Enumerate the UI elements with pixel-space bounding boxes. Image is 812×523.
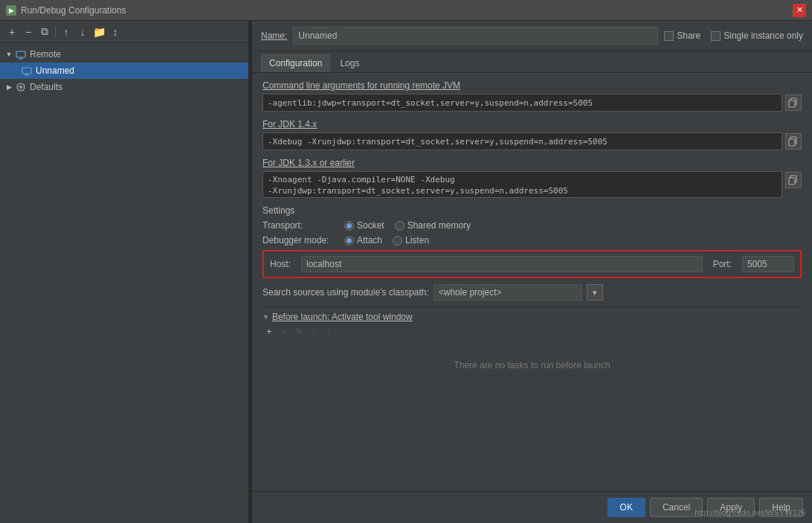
- radio-shared-memory-circle[interactable]: [395, 221, 405, 231]
- config-tree: ▼ Remote: [0, 43, 248, 523]
- before-launch-header: ▼ Before launch: Activate tool window: [262, 312, 802, 322]
- ok-button[interactable]: OK: [608, 498, 645, 517]
- defaults-label: Defaults: [30, 82, 62, 92]
- jdk13-field-wrap: [262, 171, 802, 198]
- classpath-label: Search sources using module's classpath:: [262, 287, 429, 298]
- move-down-button[interactable]: ↓: [75, 25, 90, 39]
- cmd-label: Command line arguments for running remot…: [262, 80, 802, 91]
- folder-button[interactable]: 📁: [91, 25, 106, 39]
- host-input[interactable]: [301, 256, 703, 272]
- settings-section: Settings Transport: Socket Shared memory: [262, 205, 802, 301]
- radio-socket-circle[interactable]: [344, 221, 354, 231]
- name-bar: Name: Share Single instance only: [252, 21, 812, 51]
- radio-attach-label: Attach: [357, 235, 382, 246]
- single-instance-checkbox-box[interactable]: [711, 31, 721, 41]
- svg-rect-3: [22, 68, 31, 74]
- single-instance-label: Single instance only: [724, 31, 803, 41]
- transport-row: Transport: Socket Shared memory: [262, 220, 802, 231]
- config-toolbar: + − ⧉ ↑ ↓ 📁 ↕: [0, 21, 248, 43]
- jdk14-label: For JDK 1.4.x: [262, 119, 802, 129]
- title-bar: ▶ Run/Debug Configurations ✕: [0, 0, 812, 21]
- unnamed-icon: [21, 65, 33, 77]
- move-up-button[interactable]: ↑: [59, 25, 74, 39]
- config-panel: Command line arguments for running remot…: [252, 73, 812, 491]
- svg-rect-14: [789, 178, 795, 185]
- debugger-mode-row: Debugger mode: Attach Listen: [262, 235, 802, 246]
- left-panel: + − ⧉ ↑ ↓ 📁 ↕ ▼ Remote: [0, 21, 249, 523]
- svg-rect-10: [789, 100, 795, 107]
- radio-attach[interactable]: Attach: [344, 235, 382, 246]
- jdk14-copy-button[interactable]: [785, 133, 802, 150]
- radio-listen-circle[interactable]: [393, 236, 402, 246]
- copy-config-button[interactable]: ⧉: [37, 25, 52, 39]
- share-label: Share: [677, 31, 700, 41]
- app-icon: ▶: [6, 5, 16, 16]
- before-launch-toolbar: + − ✎ ↑ ↓: [262, 325, 802, 338]
- radio-listen-label: Listen: [405, 235, 429, 246]
- before-launch-collapse-arrow[interactable]: ▼: [262, 313, 269, 321]
- remote-icon: [15, 48, 27, 60]
- jdk13-copy-button[interactable]: [785, 172, 802, 188]
- name-input[interactable]: [293, 27, 658, 45]
- before-launch-section: ▼ Before launch: Activate tool window + …: [262, 307, 802, 388]
- svg-rect-0: [16, 51, 25, 57]
- cmd-field-wrap: [262, 94, 802, 112]
- defaults-icon: [15, 81, 27, 93]
- radio-socket[interactable]: Socket: [344, 220, 384, 231]
- before-launch-remove-button[interactable]: −: [277, 325, 291, 338]
- cmd-input[interactable]: [262, 94, 782, 112]
- right-panel: Name: Share Single instance only Configu…: [252, 21, 812, 523]
- svg-rect-12: [789, 139, 795, 146]
- single-instance-checkbox[interactable]: Single instance only: [711, 31, 803, 41]
- remove-config-button[interactable]: −: [21, 25, 36, 39]
- radio-socket-label: Socket: [357, 220, 384, 231]
- add-config-button[interactable]: +: [4, 25, 19, 39]
- radio-shared-memory[interactable]: Shared memory: [395, 220, 471, 231]
- classpath-dropdown-button[interactable]: ▼: [587, 284, 603, 301]
- host-port-row: Host: Port:: [262, 250, 802, 278]
- watermark: http://blog.csdn.net/WSYW126: [695, 508, 806, 517]
- before-launch-down-button[interactable]: ↓: [322, 325, 335, 338]
- no-tasks-text: There are no tasks to run before launch: [454, 360, 610, 370]
- share-area: Share Single instance only: [664, 31, 803, 41]
- tab-logs[interactable]: Logs: [332, 54, 367, 72]
- tree-unnamed-item[interactable]: Unnamed: [0, 62, 248, 79]
- port-input[interactable]: [742, 256, 794, 272]
- remote-arrow: ▼: [4, 50, 13, 59]
- name-label: Name:: [261, 31, 287, 41]
- classpath-input[interactable]: [434, 284, 582, 301]
- tree-remote-group[interactable]: ▼ Remote: [0, 46, 248, 62]
- sort-button[interactable]: ↕: [108, 25, 123, 39]
- dialog-title: Run/Debug Configurations: [21, 5, 126, 16]
- tabs-bar: Configuration Logs: [252, 51, 812, 73]
- tab-configuration[interactable]: Configuration: [261, 54, 330, 72]
- cmd-copy-button[interactable]: [785, 94, 802, 111]
- radio-shared-memory-label: Shared memory: [407, 220, 471, 231]
- transport-radio-group: Socket Shared memory: [344, 220, 471, 231]
- transport-label: Transport:: [262, 220, 344, 231]
- debugger-mode-label: Debugger mode:: [262, 235, 344, 246]
- share-checkbox-box[interactable]: [664, 31, 674, 41]
- before-launch-title: Before launch: Activate tool window: [272, 312, 413, 322]
- tree-defaults-item[interactable]: ▶ Defaults: [0, 79, 248, 95]
- unnamed-label: Unnamed: [36, 65, 74, 76]
- radio-attach-circle[interactable]: [344, 236, 354, 246]
- no-tasks-area: There are no tasks to run before launch: [262, 343, 802, 388]
- share-checkbox[interactable]: Share: [664, 31, 700, 41]
- jdk14-field-wrap: [262, 132, 802, 150]
- defaults-arrow: ▶: [4, 83, 13, 92]
- jdk13-label: For JDK 1.3.x or earlier: [262, 158, 802, 168]
- remote-label: Remote: [30, 49, 61, 60]
- before-launch-add-button[interactable]: +: [262, 325, 276, 338]
- before-launch-up-button[interactable]: ↑: [307, 325, 320, 338]
- debugger-mode-radio-group: Attach Listen: [344, 235, 429, 246]
- close-button[interactable]: ✕: [793, 4, 806, 17]
- settings-title: Settings: [262, 205, 802, 216]
- bottom-bar: OK Cancel Apply Help: [252, 491, 812, 523]
- before-launch-edit-button[interactable]: ✎: [292, 325, 306, 338]
- jdk14-input[interactable]: [262, 132, 782, 150]
- jdk13-input[interactable]: [262, 171, 782, 198]
- host-label: Host:: [270, 259, 291, 269]
- port-label: Port:: [713, 259, 732, 269]
- radio-listen[interactable]: Listen: [393, 235, 429, 246]
